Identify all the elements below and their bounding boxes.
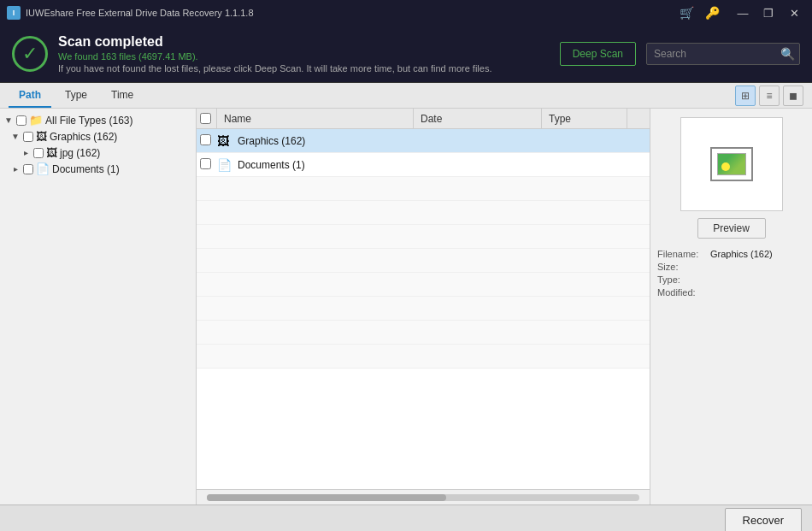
tree-toggle-documents: ▸	[10, 164, 21, 174]
col-header-cb	[197, 109, 217, 128]
meta-filename-value: Graphics (162)	[710, 249, 773, 259]
preview-image-frame	[710, 147, 753, 181]
tree-cb-documents[interactable]	[23, 164, 33, 174]
folder-icon: 📁	[29, 114, 43, 127]
scrollbar-thumb[interactable]	[207, 494, 446, 501]
row-icon-documents: 📄	[217, 158, 234, 172]
file-metadata: Filename: Graphics (162) Size: Type: Mod…	[657, 249, 805, 300]
table-row[interactable]: 🖼 Graphics (162)	[197, 129, 650, 153]
col-header-type: Type	[542, 109, 627, 128]
image-icon-jpg: 🖼	[46, 146, 57, 159]
table-row-empty-7	[197, 321, 650, 345]
tree-label-jpg: jpg (162)	[60, 147, 100, 159]
preview-image-box	[680, 117, 783, 211]
app-title: IUWEshare Free External Drive Data Recov…	[26, 8, 677, 18]
bottom-bar: Recover	[0, 504, 812, 531]
file-list-body: 🖼 Graphics (162) 📄 Documents (1)	[197, 129, 650, 489]
tree-panel: ▼ 📁 All File Types (163) ▼ 🖼 Graphics (1…	[0, 109, 197, 504]
meta-modified-label: Modified:	[657, 287, 710, 298]
meta-size-label: Size:	[657, 262, 710, 272]
row-cb-2	[197, 158, 217, 172]
table-row-empty-8	[197, 345, 650, 369]
success-icon: ✓	[12, 36, 48, 72]
scan-title: Scan completed	[58, 34, 550, 50]
title-bar: I IUWEshare Free External Drive Data Rec…	[0, 0, 812, 26]
search-icon-button[interactable]: 🔍	[780, 47, 795, 61]
preview-panel: Preview Filename: Graphics (162) Size: T…	[650, 109, 812, 504]
title-icons: 🛒 🔑	[677, 3, 721, 22]
tree-toggle-graphics: ▼	[10, 132, 21, 142]
table-row-empty-4	[197, 249, 650, 273]
tree-item-all[interactable]: ▼ 📁 All File Types (163)	[0, 112, 196, 128]
tree-label-all: All File Types (163)	[45, 115, 133, 127]
search-input[interactable]	[646, 43, 800, 65]
view-controls: ⊞ ≡ ◼	[735, 86, 803, 106]
cart-icon-btn[interactable]: 🛒	[677, 3, 696, 22]
view-grid-button[interactable]: ⊞	[735, 86, 756, 106]
horizontal-scrollbar-area[interactable]	[197, 489, 650, 504]
meta-type-row: Type:	[657, 274, 805, 285]
preview-button[interactable]: Preview	[697, 218, 766, 239]
key-icon-btn[interactable]: 🔑	[703, 3, 721, 22]
tree-item-jpg[interactable]: ▸ 🖼 jpg (162)	[0, 145, 196, 161]
main-content: ▼ 📁 All File Types (163) ▼ 🖼 Graphics (1…	[0, 109, 812, 504]
meta-filename-row: Filename: Graphics (162)	[657, 249, 805, 259]
row-cb-1	[197, 134, 217, 148]
table-row-empty-2	[197, 201, 650, 225]
row-checkbox-2[interactable]	[200, 158, 211, 169]
doc-icon-documents: 📄	[36, 162, 50, 175]
tree-cb-jpg[interactable]	[33, 148, 44, 158]
table-row-empty-5	[197, 273, 650, 297]
table-row-empty-3	[197, 225, 650, 249]
tree-item-graphics[interactable]: ▼ 🖼 Graphics (162)	[0, 128, 196, 145]
file-list-panel: Name Date Type 🖼 Graphics (162) 📄	[197, 109, 650, 504]
scan-sub: We found 163 files (4697.41 MB).	[58, 51, 550, 62]
window-controls: — ❐ ✕	[732, 3, 805, 22]
tabs-bar: Path Type Time ⊞ ≡ ◼	[0, 83, 812, 109]
col-header-date: Date	[414, 109, 542, 128]
table-row[interactable]: 📄 Documents (1)	[197, 153, 650, 177]
tree-toggle-all: ▼	[3, 115, 14, 126]
horizontal-scrollbar[interactable]	[207, 494, 639, 501]
recover-button[interactable]: Recover	[725, 508, 802, 531]
close-button[interactable]: ✕	[783, 3, 805, 22]
meta-size-row: Size:	[657, 262, 805, 272]
search-box: 🔍	[646, 43, 800, 65]
file-list-header: Name Date Type	[197, 109, 650, 129]
meta-filename-label: Filename:	[657, 249, 710, 259]
row-checkbox-1[interactable]	[200, 134, 211, 145]
view-list-button[interactable]: ≡	[759, 86, 780, 106]
deep-scan-button[interactable]: Deep Scan	[560, 42, 636, 66]
view-detail-button[interactable]: ◼	[783, 86, 803, 106]
meta-modified-row: Modified:	[657, 287, 805, 298]
tree-cb-all[interactable]	[16, 115, 26, 126]
header-bar: ✓ Scan completed We found 163 files (469…	[0, 26, 812, 83]
scan-hint: If you have not found the lost files, pl…	[58, 63, 550, 74]
tree-cb-graphics[interactable]	[23, 132, 33, 142]
minimize-button[interactable]: —	[732, 3, 754, 22]
table-row-empty-6	[197, 297, 650, 321]
scan-info: Scan completed We found 163 files (4697.…	[58, 34, 550, 74]
image-icon-graphics: 🖼	[36, 130, 47, 143]
preview-placeholder	[710, 147, 753, 181]
tree-label-documents: Documents (1)	[52, 163, 120, 175]
row-name-graphics: Graphics (162)	[234, 135, 436, 147]
tab-time[interactable]: Time	[101, 84, 144, 108]
tree-item-documents[interactable]: ▸ 📄 Documents (1)	[0, 161, 196, 177]
row-icon-graphics: 🖼	[217, 134, 234, 148]
app-icon: I	[7, 6, 21, 20]
col-header-name: Name	[217, 109, 414, 128]
meta-type-label: Type:	[657, 274, 710, 285]
tab-path[interactable]: Path	[9, 84, 51, 108]
tree-label-graphics: Graphics (162)	[50, 131, 117, 143]
table-row-empty-1	[197, 177, 650, 201]
tab-type[interactable]: Type	[55, 84, 97, 108]
tree-toggle-jpg: ▸	[21, 148, 31, 158]
row-name-documents: Documents (1)	[234, 159, 436, 171]
select-all-checkbox[interactable]	[200, 113, 211, 124]
restore-button[interactable]: ❐	[757, 3, 780, 22]
preview-image-inner	[717, 153, 746, 175]
